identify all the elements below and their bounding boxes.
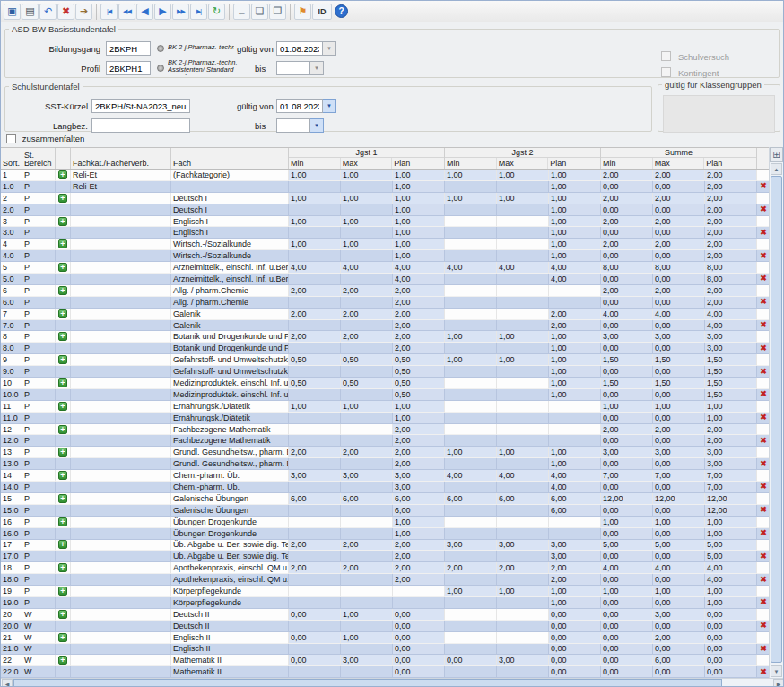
table-row[interactable]: 14.0PChem.-pharm. Üb.3,004,000,000,007,0… bbox=[1, 482, 771, 493]
cell-fach[interactable]: Deutsch II bbox=[171, 621, 289, 632]
cell-fach[interactable]: Apothekenpraxis, einschl. QM u. ... bbox=[171, 562, 289, 574]
cell-value[interactable]: 1,50 bbox=[705, 378, 757, 389]
cell-value[interactable] bbox=[289, 586, 341, 597]
cell-value[interactable] bbox=[445, 389, 497, 401]
header-bereich[interactable]: St. Bereich bbox=[22, 148, 56, 169]
cell-value[interactable]: 5,00 bbox=[705, 540, 757, 552]
exit-button[interactable]: ➔ bbox=[75, 4, 92, 20]
cell-value[interactable] bbox=[289, 644, 341, 656]
cell-value[interactable]: 1,00 bbox=[497, 193, 549, 204]
cell-value[interactable]: 1,00 bbox=[549, 366, 601, 378]
cell-value[interactable] bbox=[445, 204, 497, 216]
cell-value[interactable]: 1,00 bbox=[341, 632, 393, 644]
cell-value[interactable]: 0,00 bbox=[601, 250, 653, 262]
cell-value[interactable]: 1,50 bbox=[705, 354, 757, 366]
table-row[interactable]: 9.0PGefahrstoff- und Umweltschutzku...0,… bbox=[1, 366, 771, 378]
cell-value[interactable] bbox=[445, 401, 497, 413]
cell-value[interactable]: 0,00 bbox=[653, 204, 705, 216]
cell-fach[interactable]: Wirtsch.-/Sozialkunde bbox=[171, 250, 289, 262]
klassengruppen-panel[interactable] bbox=[663, 95, 775, 133]
scroll-down-button[interactable]: ▼ bbox=[771, 665, 782, 677]
cell-value[interactable]: 6,00 bbox=[497, 493, 549, 505]
cell-value[interactable]: 0,50 bbox=[341, 354, 393, 366]
cell-value[interactable] bbox=[497, 309, 549, 320]
cell-value[interactable]: 8,00 bbox=[705, 274, 757, 285]
cell-value[interactable]: 0,00 bbox=[653, 435, 705, 447]
cell-value[interactable]: 0,50 bbox=[289, 378, 341, 389]
cell-value[interactable]: 1,00 bbox=[341, 193, 393, 204]
cell-value[interactable]: 1,00 bbox=[289, 401, 341, 413]
cell-value[interactable]: 0,00 bbox=[653, 505, 705, 517]
cell-value[interactable]: 0,00 bbox=[601, 609, 653, 621]
cell-value[interactable]: 0,00 bbox=[705, 609, 757, 621]
cell-value[interactable] bbox=[549, 401, 601, 413]
cell-value[interactable]: 2,00 bbox=[289, 540, 341, 552]
cell-value[interactable]: 3,00 bbox=[705, 458, 757, 470]
cell-value[interactable]: 3,00 bbox=[549, 551, 601, 562]
cell-value[interactable] bbox=[445, 227, 497, 239]
add-row-icon[interactable]: + bbox=[58, 540, 67, 549]
cell-value[interactable]: 4,00 bbox=[393, 274, 445, 285]
cell-value[interactable] bbox=[289, 227, 341, 239]
cell-value[interactable]: 3,00 bbox=[705, 447, 757, 458]
add-row-icon[interactable]: + bbox=[58, 656, 67, 665]
cell-value[interactable]: 1,00 bbox=[497, 331, 549, 343]
bis-input-asd[interactable] bbox=[276, 61, 310, 75]
cell-fachkat[interactable] bbox=[71, 331, 171, 343]
cell-value[interactable] bbox=[341, 644, 393, 656]
cell-value[interactable] bbox=[497, 204, 549, 216]
cell-value[interactable] bbox=[497, 574, 549, 586]
cell-value[interactable]: 6,00 bbox=[341, 493, 393, 505]
cell-value[interactable]: 1,00 bbox=[393, 250, 445, 262]
cell-value[interactable]: 2,00 bbox=[653, 285, 705, 297]
table-row[interactable]: 19P+Körperpflegekunde1,001,001,001,001,0… bbox=[1, 586, 771, 597]
cell-value[interactable]: 3,00 bbox=[653, 447, 705, 458]
cell-value[interactable]: 1,00 bbox=[653, 401, 705, 413]
header-jgst1-plan[interactable]: Plan bbox=[392, 158, 444, 169]
cell-value[interactable] bbox=[445, 435, 497, 447]
cell-value[interactable]: 0,50 bbox=[341, 378, 393, 389]
cell-value[interactable]: 2,00 bbox=[341, 540, 393, 552]
cell-value[interactable] bbox=[445, 239, 497, 250]
cell-value[interactable]: 1,00 bbox=[549, 239, 601, 250]
delete-row-icon[interactable]: ✖ bbox=[760, 413, 767, 422]
cell-fachkat[interactable] bbox=[71, 447, 171, 458]
add-row-icon[interactable]: + bbox=[58, 471, 67, 480]
cell-value[interactable]: 0,00 bbox=[601, 458, 653, 470]
cell-value[interactable] bbox=[549, 424, 601, 436]
cell-value[interactable]: 1,00 bbox=[393, 204, 445, 216]
cell-value[interactable] bbox=[341, 320, 393, 332]
gueltig-von-input-asd[interactable] bbox=[276, 41, 323, 56]
cell-value[interactable]: 1,00 bbox=[289, 170, 341, 181]
cell-value[interactable]: 1,00 bbox=[393, 170, 445, 181]
cell-value[interactable]: 0,00 bbox=[601, 274, 653, 285]
cell-value[interactable]: 2,00 bbox=[705, 424, 757, 436]
cell-value[interactable]: 1,00 bbox=[497, 447, 549, 458]
cell-value[interactable] bbox=[497, 378, 549, 389]
cell-value[interactable]: 1,00 bbox=[497, 170, 549, 181]
cell-value[interactable] bbox=[289, 424, 341, 436]
cell-value[interactable]: 4,00 bbox=[289, 262, 341, 274]
cell-value[interactable] bbox=[289, 621, 341, 632]
cell-value[interactable] bbox=[289, 413, 341, 424]
cell-value[interactable]: 5,00 bbox=[601, 540, 653, 552]
cell-value[interactable]: 2,00 bbox=[341, 447, 393, 458]
cell-value[interactable]: 1,00 bbox=[653, 517, 705, 528]
cell-value[interactable] bbox=[497, 609, 549, 621]
cell-value[interactable] bbox=[289, 274, 341, 285]
cell-value[interactable] bbox=[289, 597, 341, 609]
cell-value[interactable]: 0,00 bbox=[601, 366, 653, 378]
horizontal-scrollbar[interactable]: ◀ ▶ bbox=[1, 678, 784, 687]
cell-value[interactable]: 1,00 bbox=[445, 586, 497, 597]
cell-value[interactable]: 2,00 bbox=[289, 447, 341, 458]
header-summe-plan[interactable]: Plan bbox=[704, 158, 756, 169]
cell-value[interactable]: 1,00 bbox=[549, 389, 601, 401]
cell-value[interactable]: 0,00 bbox=[653, 621, 705, 632]
cell-value[interactable] bbox=[497, 551, 549, 562]
table-row[interactable]: 7P+Galenik2,002,002,002,004,004,004,00 bbox=[1, 309, 771, 320]
table-row[interactable]: 11P+Ernährungsk./Diätetik1,001,001,001,0… bbox=[1, 401, 771, 413]
nav-fast-next-button[interactable]: ▶▶ bbox=[172, 4, 189, 20]
cell-value[interactable]: 0,50 bbox=[393, 378, 445, 389]
cell-value[interactable]: 2,00 bbox=[705, 297, 757, 309]
cell-value[interactable]: 0,00 bbox=[601, 343, 653, 354]
